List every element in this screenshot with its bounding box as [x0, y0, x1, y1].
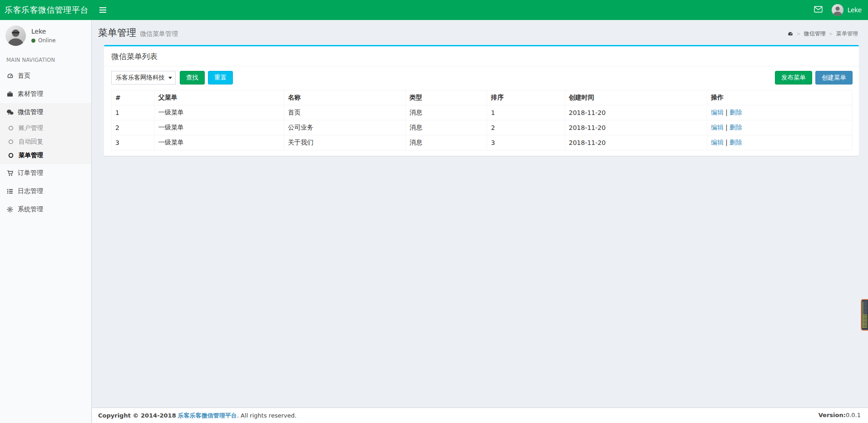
nav-section-label: MAIN NAVIGATION: [0, 51, 91, 67]
col-header-type: 类型: [405, 90, 487, 105]
wechat-icon: [6, 109, 14, 115]
chevron-down-icon: [168, 77, 172, 79]
table-row: 1 一级菜单 首页 消息 1 2018-11-20 编辑|删除: [112, 105, 853, 120]
col-header-actions: 操作: [707, 90, 853, 105]
wechat-menu-table: # 父菜单 名称 类型 排序 创建时间 操作 1 一级菜单: [111, 90, 853, 150]
brand-logo[interactable]: 乐客乐客微信管理平台: [0, 5, 92, 15]
online-status-icon: [31, 39, 35, 43]
account-select[interactable]: 乐客乐客网络科技: [111, 71, 176, 85]
sidebar-item-home[interactable]: 首页: [0, 67, 91, 85]
circle-o-icon: [8, 125, 14, 131]
wechat-submenu: 账户管理 自动回复 菜单管理: [0, 121, 91, 164]
copyright-text: Copyright © 2014-2018: [98, 412, 176, 419]
publish-menu-button[interactable]: 发布菜单: [775, 71, 812, 85]
sidebar-item-material[interactable]: 素材管理: [0, 85, 91, 103]
top-navbar: 乐客乐客微信管理平台 Leke: [0, 0, 868, 20]
delete-link[interactable]: 删除: [730, 109, 742, 116]
breadcrumb-wechat[interactable]: 微信管理: [804, 30, 826, 38]
create-menu-button[interactable]: 创建菜单: [815, 71, 853, 85]
wechat-menu-box: 微信菜单列表 乐客乐客网络科技 查找 重置 发布菜单 创建菜单 #: [104, 45, 859, 156]
user-menu-button[interactable]: Leke: [829, 0, 868, 20]
col-header-name: 名称: [284, 90, 406, 105]
sidebar-item-wechat[interactable]: 微信管理: [0, 103, 91, 121]
col-header-parent: 父菜单: [154, 90, 284, 105]
footer-brand-link[interactable]: 乐客乐客微信管理平台: [178, 412, 237, 419]
col-header-num: #: [112, 90, 155, 105]
sidebar-item-accounts[interactable]: 账户管理: [0, 121, 91, 135]
breadcrumb: > 微信管理 > 菜单管理: [787, 30, 858, 38]
messages-button[interactable]: [808, 0, 829, 20]
col-header-order: 排序: [487, 90, 565, 105]
circle-o-icon: [8, 139, 14, 144]
edit-link[interactable]: 编辑: [711, 109, 724, 116]
table-row: 2 一级菜单 公司业务 消息 2 2018-11-20 编辑|删除: [112, 120, 853, 135]
sidebar-item-logs[interactable]: 日志管理: [0, 182, 91, 200]
list-icon: [6, 188, 14, 194]
briefcase-icon: [6, 91, 14, 97]
sidebar-user-panel: Leke Online: [0, 20, 91, 51]
sidebar-user-status: Online: [31, 37, 56, 44]
circle-o-icon: [8, 153, 14, 158]
filter-toolbar: 乐客乐客网络科技 查找 重置 发布菜单 创建菜单: [111, 71, 853, 85]
cart-icon: [6, 170, 14, 176]
sidebar-item-orders[interactable]: 订单管理: [0, 164, 91, 182]
delete-link[interactable]: 删除: [730, 124, 742, 131]
version-info: Version:0.0.1: [819, 412, 861, 418]
sidebar-toggle-icon[interactable]: [94, 0, 112, 20]
dashboard-icon: [6, 73, 14, 79]
reset-button[interactable]: 重置: [208, 71, 233, 85]
sidebar: Leke Online MAIN NAVIGATION 首页: [0, 20, 92, 423]
sidebar-item-menus[interactable]: 菜单管理: [0, 149, 91, 162]
breadcrumb-current: 菜单管理: [836, 30, 858, 38]
user-avatar: [832, 4, 843, 16]
sidebar-item-autoreply[interactable]: 自动回复: [0, 135, 91, 149]
sidebar-menu: 首页 素材管理 微信管理: [0, 67, 91, 219]
search-button[interactable]: 查找: [180, 71, 205, 85]
main-footer: Version:0.0.1 Copyright © 2014-2018 乐客乐客…: [92, 408, 868, 423]
sidebar-user-name: Leke: [31, 28, 56, 35]
table-row: 3 一级菜单 关于我们 消息 3 2018-11-20 编辑|删除: [112, 135, 853, 150]
delete-link[interactable]: 删除: [730, 139, 742, 146]
gear-icon: [6, 206, 14, 213]
content-wrapper: 菜单管理微信菜单管理 > 微信管理 > 菜单管理 微信菜单列表 乐客乐客网络科: [92, 20, 868, 408]
table-header-row: # 父菜单 名称 类型 排序 创建时间 操作: [112, 90, 853, 105]
dashboard-icon[interactable]: [787, 31, 794, 37]
page-title: 菜单管理微信菜单管理: [98, 27, 178, 38]
navbar-right: Leke: [808, 0, 868, 20]
edit-link[interactable]: 编辑: [711, 124, 724, 131]
edit-link[interactable]: 编辑: [711, 139, 724, 146]
col-header-created: 创建时间: [565, 90, 707, 105]
overlay-stripes-gray: [863, 302, 867, 315]
overlay-widget[interactable]: [861, 299, 868, 331]
overlay-stripes-yellow: [863, 315, 867, 328]
sidebar-avatar: [5, 25, 26, 46]
navbar-username: Leke: [848, 6, 862, 14]
sidebar-item-system[interactable]: 系统管理: [0, 200, 91, 219]
page-subtitle: 微信菜单管理: [140, 30, 178, 37]
box-title: 微信菜单列表: [111, 52, 158, 61]
sidebar-group-wechat: 微信管理 账户管理 自动回复: [0, 103, 91, 164]
envelope-icon: [814, 6, 823, 14]
